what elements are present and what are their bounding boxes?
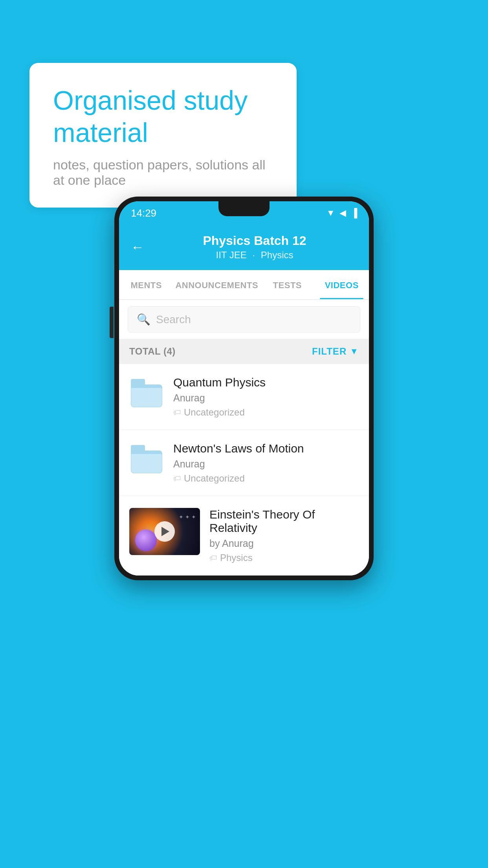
filter-button[interactable]: FILTER ▼ bbox=[312, 346, 359, 357]
tag-icon: 🏷 bbox=[173, 474, 181, 483]
tab-tests[interactable]: TESTS bbox=[260, 270, 314, 299]
speech-bubble-subtext: notes, question papers, solutions all at… bbox=[53, 157, 273, 188]
folder-icon bbox=[131, 445, 162, 473]
video-author: by Anurag bbox=[209, 538, 359, 549]
back-button[interactable]: ← bbox=[131, 239, 144, 255]
video-author: Anurag bbox=[173, 392, 359, 404]
app-bar: ← Physics Batch 12 IIT JEE · Physics bbox=[119, 225, 369, 270]
video-tag: 🏷 Physics bbox=[209, 552, 359, 563]
video-thumbnail-1 bbox=[129, 376, 164, 410]
status-bar: 14:29 ▼ ◀ ▐ bbox=[119, 201, 369, 225]
video-thumbnail-3 bbox=[129, 508, 200, 555]
search-input[interactable]: Search bbox=[156, 313, 191, 326]
battery-icon: ▐ bbox=[351, 208, 357, 218]
video-tag: 🏷 Uncategorized bbox=[173, 473, 359, 484]
wifi-icon: ▼ bbox=[327, 208, 335, 218]
video-title: Newton's Laws of Motion bbox=[173, 442, 359, 455]
video-info-1: Quantum Physics Anurag 🏷 Uncategorized bbox=[173, 376, 359, 418]
tab-bar: MENTS ANNOUNCEMENTS TESTS VIDEOS bbox=[119, 270, 369, 300]
speech-bubble: Organised study material notes, question… bbox=[29, 63, 297, 208]
list-item[interactable]: Einstein's Theory Of Relativity by Anura… bbox=[119, 496, 369, 576]
notch bbox=[218, 201, 270, 216]
subtitle-left: IIT JEE bbox=[216, 250, 247, 260]
folder-icon bbox=[131, 379, 162, 407]
total-count-label: TOTAL (4) bbox=[129, 346, 176, 357]
filter-bar: TOTAL (4) FILTER ▼ bbox=[119, 339, 369, 364]
video-info-2: Newton's Laws of Motion Anurag 🏷 Uncateg… bbox=[173, 442, 359, 484]
search-box[interactable]: 🔍 Search bbox=[128, 306, 360, 333]
video-list: Quantum Physics Anurag 🏷 Uncategorized bbox=[119, 364, 369, 576]
app-subtitle: IIT JEE · Physics bbox=[152, 250, 357, 261]
app-bar-title: Physics Batch 12 IIT JEE · Physics bbox=[152, 234, 357, 261]
speech-bubble-heading: Organised study material bbox=[53, 85, 273, 149]
video-title: Quantum Physics bbox=[173, 376, 359, 389]
tab-videos[interactable]: VIDEOS bbox=[315, 270, 369, 299]
app-title: Physics Batch 12 bbox=[152, 234, 357, 248]
status-icons: ▼ ◀ ▐ bbox=[327, 208, 357, 218]
tag-label: Uncategorized bbox=[184, 407, 245, 418]
signal-icon: ◀ bbox=[339, 208, 346, 218]
search-icon: 🔍 bbox=[137, 313, 150, 326]
video-thumbnail-2 bbox=[129, 442, 164, 476]
subtitle-separator: · bbox=[252, 250, 255, 260]
video-author: Anurag bbox=[173, 458, 359, 470]
phone-screen: 14:29 ▼ ◀ ▐ ← Physics Batch 12 IIT JEE ·… bbox=[119, 201, 369, 576]
video-tag: 🏷 Uncategorized bbox=[173, 407, 359, 418]
filter-icon: ▼ bbox=[350, 346, 359, 357]
video-info-3: Einstein's Theory Of Relativity by Anura… bbox=[209, 508, 359, 563]
list-item[interactable]: Newton's Laws of Motion Anurag 🏷 Uncateg… bbox=[119, 430, 369, 496]
planet-decoration bbox=[135, 530, 157, 551]
speech-bubble-container: Organised study material notes, question… bbox=[29, 63, 297, 208]
tag-icon: 🏷 bbox=[209, 554, 217, 563]
tag-label: Physics bbox=[220, 552, 253, 563]
play-button-icon[interactable] bbox=[154, 521, 175, 542]
tag-icon: 🏷 bbox=[173, 408, 181, 417]
phone-body: 14:29 ▼ ◀ ▐ ← Physics Batch 12 IIT JEE ·… bbox=[114, 197, 374, 580]
tab-announcements[interactable]: ANNOUNCEMENTS bbox=[173, 270, 260, 299]
phone-mockup: 14:29 ▼ ◀ ▐ ← Physics Batch 12 IIT JEE ·… bbox=[114, 197, 374, 580]
filter-label: FILTER bbox=[312, 346, 347, 357]
search-container: 🔍 Search bbox=[119, 300, 369, 339]
subtitle-right: Physics bbox=[261, 250, 294, 260]
tab-ments[interactable]: MENTS bbox=[119, 270, 173, 299]
tag-label: Uncategorized bbox=[184, 473, 245, 484]
video-title: Einstein's Theory Of Relativity bbox=[209, 508, 359, 535]
status-time: 14:29 bbox=[131, 207, 156, 219]
list-item[interactable]: Quantum Physics Anurag 🏷 Uncategorized bbox=[119, 364, 369, 430]
